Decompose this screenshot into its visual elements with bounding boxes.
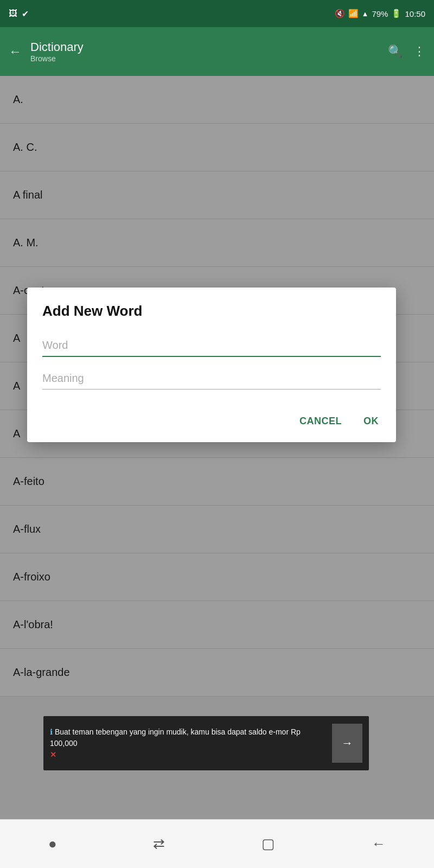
app-bar: ← Dictionary Browse 🔍 ⋮ [0,27,434,76]
word-input[interactable] [42,335,381,357]
ad-banner: ℹ Buat teman tebengan yang ingin mudik, … [43,716,369,770]
add-word-dialog: Add New Word CANCEL OK [27,288,396,442]
bottom-nav: ● ⇄ ▢ ← [0,819,434,868]
status-bar: 🖼 ✔ 🔇 📶 ▲ 79% 🔋 10:50 [0,0,434,27]
cancel-button[interactable]: CANCEL [297,411,344,431]
app-bar-actions: 🔍 ⋮ [388,44,425,59]
ad-arrow-button[interactable]: → [332,724,362,763]
home-button[interactable]: ● [48,835,57,852]
dialog-title: Add New Word [42,303,381,320]
photo-icon: 🖼 [9,9,17,18]
check-icon: ✔ [22,9,29,19]
recent-apps-button[interactable]: ⇄ [153,835,165,852]
signal-icon: ▲ [362,10,369,18]
app-subtitle: Browse [30,54,388,63]
battery-percent: 79% [372,9,388,18]
more-icon[interactable]: ⋮ [413,44,425,59]
back-nav-button[interactable]: ← [372,835,386,852]
app-title: Dictionary [30,40,388,54]
back-button[interactable]: ← [9,44,22,59]
battery-icon: 🔋 [391,9,401,18]
status-bar-right: 🔇 📶 ▲ 79% 🔋 10:50 [335,9,425,18]
dialog-overlay [0,76,434,819]
dialog-actions: CANCEL OK [42,407,381,431]
wifi-icon: 📶 [348,9,359,18]
ad-text: ℹ Buat teman tebengan yang ingin mudik, … [50,726,328,761]
clock: 10:50 [405,9,425,18]
meaning-input[interactable] [42,368,381,390]
info-icon: ℹ [50,727,55,736]
search-icon[interactable]: 🔍 [388,44,403,59]
ok-button[interactable]: OK [361,411,381,431]
app-bar-title-group: Dictionary Browse [30,40,388,63]
mute-icon: 🔇 [335,9,345,18]
close-x-icon: ✕ [50,750,56,759]
status-bar-left: 🖼 ✔ [9,9,29,19]
list-container: A. A. C. A final A. M. A-cantaros A A A … [0,76,434,819]
overview-button[interactable]: ▢ [261,835,275,852]
